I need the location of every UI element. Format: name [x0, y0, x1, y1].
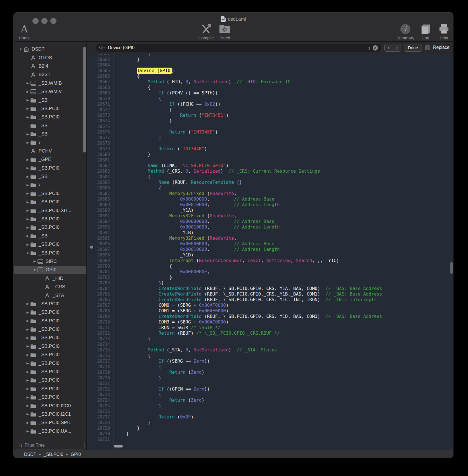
tree-item-sbpci0[interactable]: ▶_SB.PCI0 [14, 393, 86, 401]
tree-item-sbpci0[interactable]: ▶_SB.PCI0 [14, 317, 86, 325]
tree-item-sb[interactable]: ▶_SB [14, 130, 86, 138]
disclosure-right-icon[interactable]: ▶ [26, 243, 30, 246]
disclosure-right-icon[interactable]: ▶ [26, 166, 30, 170]
disclosure-right-icon[interactable]: ▶ [26, 370, 30, 374]
tree-item-sb[interactable]: ▶_SB [14, 172, 86, 181]
tree-item-sbpci0[interactable]: ▶_SB.PCI0 [14, 385, 86, 393]
tree-item-sbpci0[interactable]: ▶_SB.PCI0 [14, 198, 86, 206]
find-input[interactable]: Device (GPI0 1 ✕ [96, 44, 381, 52]
replace-checkbox[interactable] [425, 45, 430, 50]
tree-item-sbpci0spi1[interactable]: ▶_SB.PCI0.SPI1 [14, 418, 86, 427]
patch-button[interactable]: Patch [209, 23, 240, 40]
disclosure-right-icon[interactable]: ▶ [26, 192, 30, 195]
tree-item-[interactable]: ▶\ [14, 181, 86, 189]
disclosure-right-icon[interactable]: ▶ [26, 132, 30, 136]
disclosure-right-icon[interactable]: ▶ [26, 200, 30, 204]
tree-item-sbpci0[interactable]: ▶_SB.PCI0 [14, 223, 86, 232]
disclosure-right-icon[interactable]: ▶ [26, 115, 30, 119]
disclosure-right-icon[interactable]: ▶ [26, 226, 30, 229]
disclosure-right-icon[interactable]: ▶ [26, 209, 30, 212]
tree-item-sbpci0[interactable]: ▶_SB.PCI0 [14, 351, 86, 359]
horizontal-scrollbar[interactable] [114, 445, 123, 448]
disclosure-right-icon[interactable]: ▶ [26, 81, 30, 85]
tree-item-sbpci0[interactable]: ▼_SB.PCI0 [14, 249, 86, 257]
disclosure-right-icon[interactable]: ▶ [26, 234, 30, 238]
tree-item-pchv[interactable]: PCHV [14, 147, 86, 155]
disclosure-right-icon[interactable]: ▶ [26, 158, 30, 161]
disclosure-down-icon[interactable]: ▼ [33, 268, 37, 272]
tree-item-sbpci0i2c0[interactable]: ▶_SB.PCI0.I2C0 [14, 401, 86, 410]
tree-item-dsdt[interactable]: ▼DSDT [14, 45, 86, 53]
tree-item-sbpci0[interactable]: ▶_SB.PCI0 [14, 113, 86, 121]
disclosure-right-icon[interactable]: ▶ [26, 319, 30, 323]
tree-item-gpe[interactable]: ▶_GPE [14, 155, 86, 164]
tree-item-sbpci0[interactable]: ▶_SB.PCI0 [14, 300, 86, 308]
disclosure-right-icon[interactable]: ▶ [26, 404, 30, 408]
split-handle-icon[interactable] [90, 246, 93, 249]
disclosure-right-icon[interactable]: ▶ [26, 183, 30, 187]
tree-item-sbpci0[interactable]: ▶_SB.PCI0 [14, 342, 86, 351]
disclosure-right-icon[interactable]: ▶ [26, 141, 30, 144]
tree-item-sbwmib[interactable]: ▶_SB.WMIB [14, 79, 86, 87]
tree-item-sbpci0[interactable]: ▶_SB.PCI0 [14, 334, 86, 342]
tree-item-sbpci0[interactable]: ▶_SB.PCI0 [14, 376, 86, 384]
tree-item-sirc[interactable]: ▶SIRC [14, 257, 86, 266]
disclosure-down-icon[interactable]: ▼ [26, 251, 30, 255]
tree-item-sta[interactable]: _STA [14, 291, 86, 299]
fonts-button[interactable]: A Fonts [13, 23, 40, 40]
tree-item-sbpci0[interactable]: ▶_SB.PCI0 [14, 308, 86, 316]
tree-item-sbpci0[interactable]: ▶_SB.PCI0 [14, 325, 86, 334]
code-editor[interactable]: 20662 }20663 }2066420665 Device (GPI0)20… [88, 54, 453, 450]
done-button[interactable]: Done [404, 44, 422, 52]
tree-item-sbpci0[interactable]: ▶_SB.PCI0 [14, 189, 86, 198]
disclosure-right-icon[interactable]: ▶ [26, 387, 30, 391]
tree-item-sb[interactable]: ▶_SB [14, 96, 86, 104]
print-button[interactable]: Print [429, 23, 453, 40]
tree-item-sb[interactable]: _SB [14, 122, 86, 130]
disclosure-right-icon[interactable]: ▶ [26, 336, 30, 340]
previous-match-button[interactable]: ‹ [384, 44, 393, 52]
tree-item-sbpci0xh[interactable]: ▶_SB.PCI0.XH... [14, 206, 86, 215]
tree-item-sbwmiv[interactable]: ▶_SB.WMIV [14, 87, 86, 96]
tree-item-hid[interactable]: _HID [14, 274, 86, 283]
tree-item-gtos[interactable]: GTOS [14, 53, 86, 62]
tree-item-b2st[interactable]: B2ST [14, 70, 86, 79]
vertical-scrollbar[interactable] [450, 262, 453, 274]
disclosure-right-icon[interactable]: ▶ [26, 353, 30, 357]
disclosure-right-icon[interactable]: ▶ [26, 379, 30, 382]
breadcrumb-item-sbpci0[interactable]: _SB.PCI0 [44, 452, 63, 457]
disclosure-right-icon[interactable]: ▶ [26, 175, 30, 178]
sidebar-scrollbar[interactable] [83, 47, 86, 153]
disclosure-right-icon[interactable]: ▶ [26, 328, 30, 331]
disclosure-right-icon[interactable]: ▶ [26, 396, 30, 399]
tree-item-sbpci0ua[interactable]: ▶_SB.PCI0.UA... [14, 427, 86, 435]
tree-item-[interactable]: ▶\ [14, 138, 86, 147]
search-menu-icon[interactable] [99, 46, 106, 50]
disclosure-right-icon[interactable]: ▶ [26, 90, 30, 94]
tree-item-sbpci0[interactable]: ▶_SB.PCI0 [14, 104, 86, 113]
disclosure-right-icon[interactable]: ▶ [26, 421, 30, 425]
breadcrumb-item-gpi0[interactable]: GPI0 [71, 452, 81, 457]
filter-tree-input[interactable]: Filter Tree [16, 441, 85, 449]
disclosure-right-icon[interactable]: ▶ [26, 98, 30, 102]
disclosure-right-icon[interactable]: ▶ [26, 361, 30, 365]
tree-item-sbpci0[interactable]: ▶_SB.PCI0 [14, 240, 86, 249]
clear-search-icon[interactable]: ✕ [373, 45, 378, 51]
disclosure-down-icon[interactable]: ▼ [19, 47, 23, 51]
disclosure-right-icon[interactable]: ▶ [26, 344, 30, 348]
tree-item-sbpci0[interactable]: ▶_SB.PCI0 [14, 215, 86, 223]
disclosure-right-icon[interactable]: ▶ [26, 107, 30, 110]
disclosure-right-icon[interactable]: ▶ [26, 311, 30, 314]
tree-item-b2i4[interactable]: B2I4 [14, 62, 86, 70]
disclosure-right-icon[interactable]: ▶ [26, 217, 30, 221]
breadcrumb-item-dsdt[interactable]: DSDT [24, 452, 36, 457]
disclosure-right-icon[interactable]: ▶ [26, 412, 30, 416]
tree-item-sb[interactable]: ▶_SB [14, 232, 86, 240]
tree-item-sbpci0[interactable]: ▶_SB.PCI0 [14, 359, 86, 367]
disclosure-right-icon[interactable]: ▶ [33, 260, 37, 263]
tree-item-sbpci0[interactable]: ▶_SB.PCI0 [14, 164, 86, 172]
next-match-button[interactable]: › [393, 44, 401, 52]
disclosure-right-icon[interactable]: ▶ [26, 302, 30, 306]
tree-item-sbpci0i2c1[interactable]: ▶_SB.PCI0.I2C1 [14, 410, 86, 418]
disclosure-right-icon[interactable]: ▶ [26, 429, 30, 433]
